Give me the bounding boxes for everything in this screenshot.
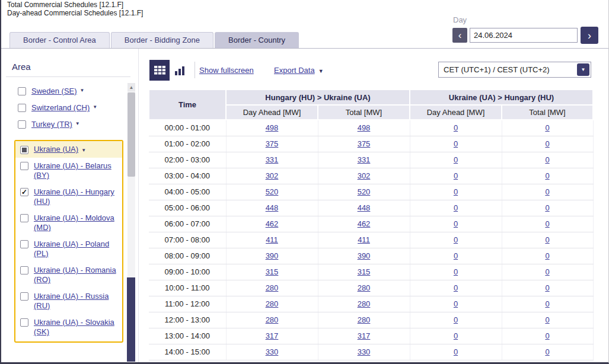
value-link[interactable]: 0 <box>545 315 549 324</box>
scrollbar-thumb[interactable] <box>127 92 135 177</box>
value-link[interactable]: 0 <box>454 283 458 292</box>
checkbox-ukraine-romania[interactable] <box>20 266 28 274</box>
tab-border-control-area[interactable]: Border - Control Area <box>9 32 110 48</box>
show-fullscreen-link[interactable]: Show fullscreen <box>199 66 254 75</box>
area-link-switzerland[interactable]: Switzerland (CH) <box>31 103 90 113</box>
value-link[interactable]: 330 <box>358 347 371 356</box>
value-link[interactable]: 375 <box>358 139 371 148</box>
value-link[interactable]: 0 <box>545 187 549 196</box>
value-link[interactable]: 280 <box>266 283 279 292</box>
checkbox-ukraine-slovakia[interactable] <box>20 318 28 327</box>
scrollbar-dark-segment[interactable] <box>127 277 135 362</box>
sidebar-item-ukraine-hungary: ✓ Ukraine (UA) - Hungary (HU) <box>15 184 122 210</box>
value-link[interactable]: 0 <box>454 203 458 212</box>
value-link[interactable]: 0 <box>545 267 549 276</box>
value-link[interactable]: 520 <box>266 187 279 196</box>
scroll-up-icon[interactable]: ▲ <box>127 83 135 91</box>
border-link-ukraine-russia[interactable]: Ukraine (UA) - Russia (RU) <box>34 292 120 311</box>
checkbox-ukraine-russia[interactable] <box>20 292 28 301</box>
checkbox-ukraine-hungary-checked[interactable]: ✓ <box>20 188 28 196</box>
value-link[interactable]: 0 <box>545 171 549 180</box>
value-link[interactable]: 0 <box>545 331 549 340</box>
value-link[interactable]: 317 <box>266 331 279 340</box>
timezone-select[interactable]: CET (UTC+1) / CEST (UTC+2) ▼ <box>438 62 591 78</box>
area-link-sweden[interactable]: Sweden (SE) <box>31 87 77 96</box>
checkbox-switzerland[interactable] <box>18 104 26 112</box>
export-data-link[interactable]: Export Data▼ <box>274 66 324 75</box>
value-link[interactable]: 317 <box>358 331 371 340</box>
value-link[interactable]: 498 <box>358 123 371 132</box>
value-link[interactable]: 0 <box>545 123 549 132</box>
value-link[interactable]: 0 <box>545 299 549 308</box>
area-link-turkey[interactable]: Turkey (TR) <box>31 120 72 129</box>
value-link[interactable]: 0 <box>454 267 458 276</box>
checkbox-ukraine-moldova[interactable] <box>20 214 28 222</box>
chart-view-button[interactable] <box>170 60 190 81</box>
value-link[interactable]: 0 <box>454 139 458 148</box>
checkbox-ukraine-poland[interactable] <box>20 240 28 248</box>
value-link[interactable]: 0 <box>545 203 549 212</box>
value-link[interactable]: 0 <box>454 171 458 180</box>
value-link[interactable]: 280 <box>358 283 371 292</box>
value-link[interactable]: 0 <box>454 123 458 132</box>
value-link[interactable]: 448 <box>358 203 371 212</box>
value-link[interactable]: 0 <box>545 283 549 292</box>
value-link[interactable]: 315 <box>358 267 371 276</box>
value-link[interactable]: 302 <box>266 171 279 180</box>
value-link[interactable]: 0 <box>454 331 458 340</box>
value-link[interactable]: 0 <box>454 315 458 324</box>
value-link[interactable]: 448 <box>266 203 279 212</box>
chevron-down-icon[interactable]: ▼ <box>93 105 97 110</box>
tab-border-bidding-zone[interactable]: Border - Bidding Zone <box>111 32 213 48</box>
value-link[interactable]: 0 <box>545 219 549 228</box>
chevron-down-icon[interactable]: ▼ <box>75 122 80 126</box>
value-link[interactable]: 462 <box>266 219 279 228</box>
value-link[interactable]: 411 <box>266 235 278 244</box>
value-link[interactable]: 280 <box>266 315 279 324</box>
value-link[interactable]: 0 <box>545 139 549 148</box>
border-link-ukraine-belarus[interactable]: Ukraine (UA) - Belarus (BY) <box>34 161 120 180</box>
value-link[interactable]: 280 <box>358 315 371 324</box>
value-link[interactable]: 330 <box>266 347 279 356</box>
value-link[interactable]: 0 <box>454 219 458 228</box>
value-link[interactable]: 498 <box>266 123 279 132</box>
value-link[interactable]: 390 <box>266 251 279 260</box>
value-link[interactable]: 390 <box>358 251 371 260</box>
table-view-button[interactable] <box>149 60 170 81</box>
value-link[interactable]: 411 <box>358 235 370 244</box>
checkbox-ukraine-belarus[interactable] <box>20 162 28 170</box>
value-link[interactable]: 0 <box>454 187 458 196</box>
value-link[interactable]: 302 <box>358 171 371 180</box>
value-link[interactable]: 0 <box>545 155 549 164</box>
border-link-ukraine-moldova[interactable]: Ukraine (UA) - Moldova (MD) <box>34 213 120 232</box>
value-link[interactable]: 280 <box>266 299 279 308</box>
value-link[interactable]: 331 <box>266 155 279 164</box>
border-link-ukraine-poland[interactable]: Ukraine (UA) - Poland (PL) <box>34 240 120 258</box>
border-link-ukraine-hungary[interactable]: Ukraine (UA) - Hungary (HU) <box>34 187 120 206</box>
checkbox-sweden[interactable] <box>18 87 26 95</box>
chevron-down-icon[interactable]: ▼ <box>81 148 86 153</box>
value-link[interactable]: 0 <box>545 251 549 260</box>
value-link[interactable]: 0 <box>545 347 549 356</box>
value-link[interactable]: 315 <box>266 267 279 276</box>
checkbox-turkey[interactable] <box>18 120 26 129</box>
value-link[interactable]: 0 <box>454 251 458 260</box>
value-link[interactable]: 0 <box>545 235 549 244</box>
value-link[interactable]: 0 <box>454 347 458 356</box>
value-link[interactable]: 375 <box>266 139 279 148</box>
tab-border-country[interactable]: Border - Country <box>215 32 299 48</box>
sidebar-scrollbar[interactable]: ▲ <box>127 83 135 362</box>
value-link[interactable]: 331 <box>358 155 371 164</box>
value-link[interactable]: 0 <box>454 155 458 164</box>
value-link[interactable]: 462 <box>358 219 371 228</box>
border-link-ukraine-romania[interactable]: Ukraine (UA) - Romania (RO) <box>34 266 120 285</box>
border-link-ukraine-slovakia[interactable]: Ukraine (UA) - Slovakia (SK) <box>34 318 120 337</box>
chevron-down-icon[interactable]: ▼ <box>80 88 85 93</box>
value-link[interactable]: 280 <box>358 299 371 308</box>
value-link[interactable]: 0 <box>454 235 458 244</box>
area-link-ukraine[interactable]: Ukraine (UA) <box>34 145 78 154</box>
checkbox-ukraine-indeterminate[interactable] <box>20 146 28 154</box>
value-link[interactable]: 0 <box>454 299 458 308</box>
value-link[interactable]: 520 <box>358 187 371 196</box>
time-cell: 10:00 - 11:00 <box>149 280 226 296</box>
